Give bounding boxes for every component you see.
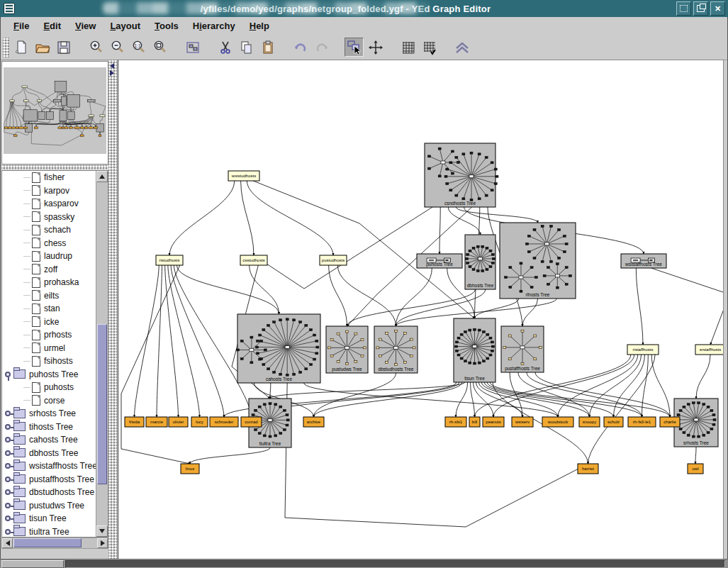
fit-content-button[interactable] [183,38,202,57]
tree-item-dbhosts-tree[interactable]: dbhosts Tree [2,447,96,460]
menu-tools[interactable]: Tools [147,17,186,35]
expand-handle-icon[interactable] [2,489,13,495]
zoom-in-button[interactable] [86,38,106,57]
graph-node-wsiserv[interactable]: wsiserv [512,417,533,427]
graph-edge[interactable] [475,355,631,417]
vertical-scroll-thumb[interactable] [97,324,107,484]
tree-item-wsistaffhosts-tree[interactable]: wsistaffhosts Tree [2,460,96,473]
tree-item-icke[interactable]: icke [2,316,96,329]
graph-edge[interactable] [247,181,333,255]
graph-node-rhsfs1[interactable]: rh-sfs1 [445,417,466,427]
menu-layout[interactable]: Layout [103,17,147,35]
tree-item-zoff[interactable]: zoff [2,263,96,277]
tree-item-chess[interactable]: chess [2,237,96,250]
snap-to-grid-button[interactable] [420,38,439,57]
grid-button[interactable] [398,38,418,57]
expand-handle-icon[interactable] [2,516,13,521]
tree-item-urmel[interactable]: urmel [2,342,96,355]
graph-edge[interactable] [636,268,643,345]
graph-edge[interactable] [135,265,159,417]
tree-item-puhosts[interactable]: puhosts [2,381,96,394]
tree-item-prhosts[interactable]: prhosts [2,328,96,342]
paste-button[interactable] [258,38,277,57]
zoom-original-button[interactable]: 1:1 [129,38,148,57]
graph-edge[interactable] [157,265,162,417]
overview-thumbnail[interactable] [4,67,106,154]
graph-group-node-puhostsT[interactable]: puhosts Tree [417,254,462,268]
graph-edge[interactable] [314,382,462,417]
horizontal-scroll-thumb[interactable] [13,538,82,547]
new-document-button[interactable] [11,38,30,57]
tree-item-spassky[interactable]: spassky [2,211,96,224]
copy-button[interactable] [237,38,256,57]
graph-edge[interactable] [254,207,432,289]
open-file-button[interactable] [33,38,52,57]
graph-node-charlie[interactable]: charlie [660,417,680,427]
graph-node-ristudhosts[interactable]: ristudhosts [156,255,183,265]
scroll-left-button[interactable] [2,538,13,548]
expand-handle-icon[interactable] [2,463,13,469]
graph-group-node-dbhostsT[interactable]: dbhosts Tree [465,235,495,289]
scroll-right-button[interactable] [97,538,108,548]
graph-edge[interactable] [535,372,670,417]
expand-handle-icon[interactable] [2,411,13,416]
toolbar-drag-grip[interactable] [3,38,9,57]
graph-group-node-rihostsT[interactable]: rihosts Tree [500,223,576,299]
tree-item-kasparov[interactable]: kasparov [2,197,96,211]
graph-group-node-wsistaffhostsT[interactable]: wsistaffhosts Tree [621,254,666,268]
tree-item-schach[interactable]: schach [2,223,96,237]
zoom-area-button[interactable] [150,38,169,57]
scroll-down-button[interactable] [96,525,108,537]
collapse-group-button[interactable] [452,38,471,57]
close-button[interactable]: ✕ [710,1,725,16]
cut-button[interactable] [215,38,235,57]
graph-node-rhfs0le1[interactable]: rh-fs0-le1 [628,417,656,427]
graph-node-schulz[interactable]: schulz [604,417,623,427]
tree-item-eilts[interactable]: eilts [2,289,96,303]
graph-edge[interactable] [439,207,440,254]
graph-node-marcie[interactable]: marcie [146,417,167,427]
tree-item-dbstudhosts-tree[interactable]: dbstudhosts Tree [2,486,96,499]
graph-node-olivier[interactable]: olivier [169,417,188,427]
menu-hierarchy[interactable]: Hierarchy [186,17,242,35]
tree-item-stan[interactable]: stan [2,302,96,316]
graph-node-linus[interactable]: linus [181,464,199,474]
graph-node-harriet[interactable]: harriet [578,464,598,474]
graph-edge[interactable] [588,355,656,464]
tree-item-pustudws-tree[interactable]: pustudws Tree [2,499,96,513]
graph-node-lucy[interactable]: lucy [191,417,208,427]
graph-edge[interactable] [314,373,396,417]
graph-edge[interactable] [168,265,200,417]
graph-edge[interactable] [696,355,710,399]
graph-node-wsistudhosts[interactable]: wsistudhosts [228,171,259,181]
collapse-handle-icon[interactable] [2,372,13,377]
tree-item-srhosts-tree[interactable]: srhosts Tree [2,407,96,421]
graph-edge[interactable] [558,355,638,417]
move-tool-button[interactable] [366,38,385,57]
graph-edge[interactable] [285,383,588,527]
graph-node-frieda[interactable]: frieda [125,417,144,427]
graph-node-owl[interactable]: owl [688,464,703,474]
vertical-splitter[interactable] [108,60,117,559]
expand-handle-icon[interactable] [2,477,13,482]
tree-vertical-scrollbar[interactable] [96,171,108,537]
tree-item-cahosts-tree[interactable]: cahosts Tree [2,433,96,447]
save-file-button[interactable] [54,38,73,57]
graph-group-node-csndhosts[interactable]: csndhosts Tree [425,143,498,207]
graph-group-node-tisunT[interactable]: tisun Tree [454,318,495,382]
menu-file[interactable]: File [6,17,36,35]
graph-edge[interactable] [456,382,468,417]
graph-node-schroeder[interactable]: schroeder [210,417,238,427]
tree-item-pustaffhosts-tree[interactable]: pustaffhosts Tree [2,473,96,486]
tree-item-puhosts-tree[interactable]: puhosts Tree [2,368,96,382]
graph-node-pustudhosts[interactable]: pustudhosts [320,255,347,265]
minimize-button[interactable] [676,1,691,16]
graph-group-node-srhostsT[interactable]: srhosts Tree [674,399,718,447]
tree-item-prohaska[interactable]: prohaska [2,276,96,289]
graph-edge[interactable] [651,355,670,417]
tree-item-tiultra-tree[interactable]: tiultra Tree [2,525,96,538]
graph-canvas[interactable]: csndhosts Treepuhosts Treedbhosts Treeri… [118,60,724,560]
graph-edge[interactable] [522,299,538,326]
menu-view[interactable]: View [68,17,103,35]
app-menu-icon[interactable] [4,3,15,14]
